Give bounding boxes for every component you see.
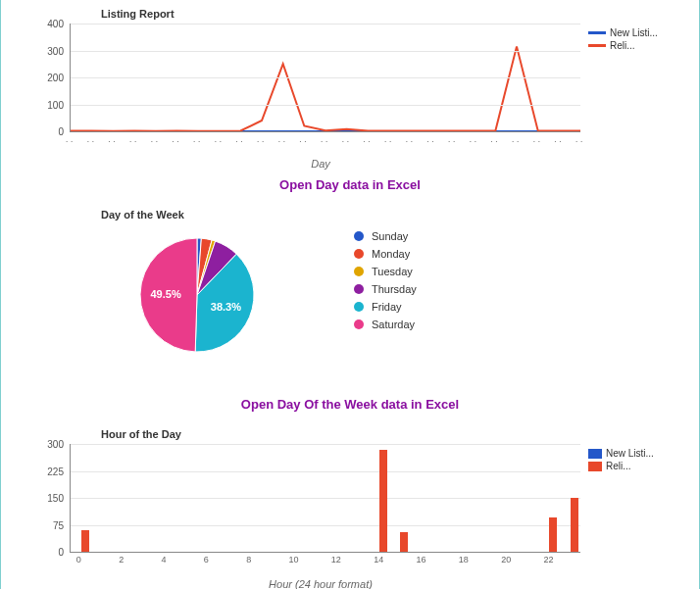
x-tick: . . (193, 134, 201, 144)
day-of-week-chart: Day of the Week 38.3%49.5% SundayMondayT… (11, 209, 689, 413)
x-tick: . . (406, 134, 414, 144)
x-tick: . . (512, 134, 520, 144)
legend-item: Reli... (588, 461, 657, 471)
x-tick: . . (342, 134, 350, 144)
bar (379, 450, 387, 553)
x-tick: 10 (289, 555, 297, 576)
plot-area (70, 444, 580, 553)
x-tick: 22 (544, 555, 552, 576)
y-tick: 75 (53, 519, 64, 530)
chart-legend: SundayMondayTuesdayThursdayFridaySaturda… (325, 224, 417, 336)
x-tick: 0 (76, 555, 84, 576)
legend-item: Friday (354, 301, 417, 313)
bar (571, 498, 578, 552)
x-tick: . . (129, 134, 137, 144)
x-tick: . . (300, 134, 308, 144)
y-axis: 075150225300 (11, 444, 70, 552)
x-tick: . . (364, 134, 372, 144)
x-tick: . . (278, 134, 286, 144)
chart-title: Hour of the Day (101, 428, 689, 440)
x-tick: . . (173, 134, 180, 144)
x-tick: . . (215, 134, 223, 144)
legend-item: Monday (354, 248, 417, 260)
y-tick: 400 (47, 19, 64, 29)
x-tick: . . (236, 134, 244, 144)
y-tick: 300 (47, 45, 64, 56)
y-tick: 0 (58, 547, 64, 558)
x-tick: . . (384, 134, 392, 144)
legend-item: New Listi... (588, 27, 657, 38)
bar (81, 530, 89, 552)
x-tick: . . (448, 134, 456, 144)
x-tick: . . (555, 134, 563, 144)
x-tick: . . (87, 134, 95, 144)
legend-item: Thursday (354, 283, 417, 295)
x-axis-ticks: . .. .. .. .. .. .. .. .. .. .. .. .. ..… (70, 132, 579, 156)
x-tick: . . (66, 134, 74, 144)
pie-plot: 38.3%49.5% (70, 224, 325, 375)
y-tick: 100 (47, 99, 64, 110)
x-axis-ticks: 0246810121416182022 (70, 553, 579, 576)
x-tick: 6 (204, 555, 212, 576)
y-tick: 0 (58, 126, 64, 137)
open-day-data-link[interactable]: Open Day data in Excel (279, 177, 421, 192)
x-tick: . . (491, 134, 499, 144)
legend-item: Sunday (354, 230, 417, 242)
x-tick: . . (257, 134, 265, 144)
legend-item: New Listi... (588, 448, 657, 459)
x-tick: . . (427, 134, 435, 144)
x-axis-label: Hour (24 hour format) (0, 578, 689, 589)
x-tick: . . (533, 134, 541, 144)
y-tick: 200 (47, 73, 64, 83)
plot-area (70, 24, 580, 132)
chart-legend: New Listi...Reli... (580, 24, 657, 132)
x-tick: 14 (374, 555, 381, 576)
legend-item: Tuesday (354, 266, 417, 277)
x-tick: . . (470, 134, 477, 144)
y-tick: 225 (47, 466, 64, 476)
x-axis-label: Day (0, 158, 689, 170)
chart-legend: New Listi...Reli... (580, 444, 657, 553)
x-tick: 12 (331, 555, 339, 576)
x-tick: 20 (501, 555, 509, 576)
bar (400, 532, 408, 552)
chart-title: Day of the Week (101, 209, 689, 221)
x-tick: 18 (459, 555, 467, 576)
legend-item: Saturday (354, 319, 417, 330)
open-day-of-week-link[interactable]: Open Day Of the Week data in Excel (241, 397, 459, 412)
x-tick: . . (151, 134, 159, 144)
y-tick: 300 (47, 439, 64, 450)
listing-report-chart: Listing Report 0100200300400 New Listi..… (11, 8, 689, 193)
chart-title: Listing Report (101, 8, 689, 20)
x-tick: 8 (246, 555, 254, 576)
y-axis: 0100200300400 (11, 24, 70, 131)
x-tick: . . (321, 134, 328, 144)
x-tick: . . (109, 134, 117, 144)
x-tick: . . (575, 134, 583, 144)
y-tick: 150 (47, 493, 64, 504)
bar (549, 517, 557, 552)
x-tick: 4 (162, 555, 170, 576)
x-tick: 2 (119, 555, 126, 576)
hour-of-day-chart: Hour of the Day 075150225300 New Listi..… (11, 428, 689, 589)
x-tick: 16 (417, 555, 425, 576)
legend-item: Reli... (588, 40, 657, 51)
